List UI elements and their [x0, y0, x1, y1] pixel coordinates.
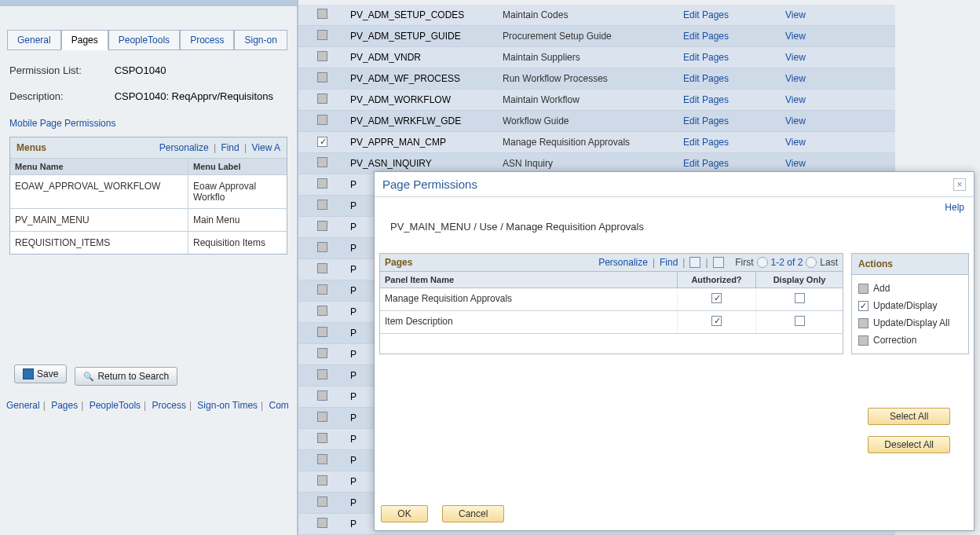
dialog-close-button[interactable]: ×	[953, 178, 966, 191]
row-checkbox[interactable]	[317, 200, 327, 210]
row-checkbox[interactable]	[317, 221, 327, 231]
action-add[interactable]: Add	[858, 280, 962, 297]
deselect-all-button[interactable]: Deselect All	[868, 436, 950, 453]
row-checkbox[interactable]	[317, 263, 327, 273]
view-link[interactable]: View	[785, 94, 848, 105]
action-update-display-all[interactable]: Update/Display All	[858, 314, 962, 332]
menus-personalize-link[interactable]: Personalize	[159, 142, 209, 153]
tab-strip: General Pages PeopleTools Process Sign-o…	[7, 30, 297, 50]
nav-first-label: First	[735, 257, 753, 268]
perm-list-value: CSPO1040	[115, 64, 166, 76]
row-checkbox[interactable]	[317, 30, 327, 40]
row-checkbox[interactable]	[317, 51, 327, 61]
component-code: PV_ADM_WORKFLOW	[346, 94, 503, 105]
edit-pages-link[interactable]: Edit Pages	[683, 158, 785, 169]
menu-row[interactable]: PV_MAIN_MENU Main Menu	[10, 208, 287, 231]
view-link[interactable]: View	[785, 115, 848, 126]
edit-pages-link[interactable]: Edit Pages	[683, 115, 785, 126]
row-checkbox[interactable]	[317, 284, 327, 295]
tab-peopletools[interactable]: PeopleTools	[108, 30, 180, 50]
view-link[interactable]: View	[785, 31, 848, 42]
nav-range[interactable]: 1-2 of 2	[771, 257, 803, 268]
menu-row[interactable]: EOAW_APPROVAL_WORKFLOW Eoaw Approval Wor…	[10, 174, 287, 208]
tab-general[interactable]: General	[7, 30, 61, 50]
action-update-display[interactable]: Update/Display	[858, 297, 962, 314]
menus-viewall[interactable]: View A	[252, 142, 280, 153]
row-checkbox[interactable]	[317, 454, 327, 464]
edit-pages-link[interactable]: Edit Pages	[683, 52, 785, 63]
link-process[interactable]: Process	[152, 400, 186, 411]
link-com[interactable]: Com	[269, 400, 289, 411]
view-link[interactable]: View	[785, 52, 848, 63]
ok-button[interactable]: OK	[381, 505, 428, 522]
col-authorized: Authorized?	[678, 272, 756, 288]
row-checkbox[interactable]	[317, 157, 327, 167]
select-all-button[interactable]: Select All	[868, 408, 950, 425]
pages-personalize-link[interactable]: Personalize	[598, 257, 648, 268]
authorized-checkbox[interactable]	[711, 316, 722, 326]
tab-signon[interactable]: Sign-on	[234, 30, 287, 50]
tab-process[interactable]: Process	[180, 30, 234, 50]
view-link[interactable]: View	[785, 9, 848, 20]
link-pages[interactable]: Pages	[51, 400, 78, 411]
component-row: PV_ADM_WRKFLW_GDEWorkflow GuideEdit Page…	[298, 111, 895, 132]
edit-pages-link[interactable]: Edit Pages	[683, 73, 785, 84]
component-desc: Maintain Suppliers	[503, 52, 683, 63]
component-desc: Run Workflow Processes	[503, 73, 683, 84]
save-button[interactable]: Save	[14, 365, 67, 383]
nav-prev-icon[interactable]	[757, 257, 768, 268]
view-link[interactable]: View	[785, 137, 848, 148]
dialog-help-link[interactable]: Help	[945, 202, 964, 213]
col-menu-label: Menu Label	[188, 159, 287, 174]
component-desc: Procurement Setup Guide	[503, 31, 683, 42]
row-checkbox[interactable]	[317, 137, 327, 147]
component-code: PV_ADM_SETUP_CODES	[346, 9, 503, 20]
authorized-checkbox[interactable]	[711, 293, 722, 303]
actions-box: Actions Add Update/Display Update/Displa…	[851, 253, 969, 354]
pages-find-link[interactable]: Find	[660, 257, 678, 268]
edit-pages-link[interactable]: Edit Pages	[683, 31, 785, 42]
component-row: PV_APPR_MAN_CMPManage Requisition Approv…	[298, 132, 895, 153]
row-checkbox[interactable]	[317, 348, 327, 358]
row-checkbox[interactable]	[317, 242, 327, 252]
return-to-search-button[interactable]: Return to Search	[75, 367, 177, 386]
row-checkbox[interactable]	[317, 475, 327, 486]
page-permissions-dialog: Page Permissions × Help PV_MAIN_MENU / U…	[374, 171, 975, 531]
row-checkbox[interactable]	[317, 497, 327, 507]
row-checkbox[interactable]	[317, 518, 327, 528]
col-display-only: Display Only	[756, 272, 843, 288]
row-checkbox[interactable]	[317, 433, 327, 443]
cancel-button[interactable]: Cancel	[442, 505, 504, 522]
row-checkbox[interactable]	[317, 369, 327, 379]
link-peopletools[interactable]: PeopleTools	[90, 400, 141, 411]
link-signon-times[interactable]: Sign-on Times	[197, 400, 258, 411]
nav-next-icon[interactable]	[806, 257, 817, 268]
menus-find-link[interactable]: Find	[221, 142, 239, 153]
edit-pages-link[interactable]: Edit Pages	[683, 9, 785, 20]
mobile-page-permissions-link[interactable]: Mobile Page Permissions	[9, 118, 115, 129]
tab-pages[interactable]: Pages	[61, 30, 108, 50]
edit-pages-link[interactable]: Edit Pages	[683, 94, 785, 105]
view-link[interactable]: View	[785, 158, 848, 169]
row-checkbox[interactable]	[317, 115, 327, 125]
menu-row[interactable]: REQUISITION_ITEMS Requisition Items	[10, 231, 287, 254]
row-checkbox[interactable]	[317, 327, 327, 337]
zoom-icon[interactable]	[689, 257, 700, 268]
row-checkbox[interactable]	[317, 178, 327, 189]
view-link[interactable]: View	[785, 73, 848, 84]
display-only-checkbox[interactable]	[795, 316, 805, 326]
row-checkbox[interactable]	[317, 93, 327, 104]
row-checkbox[interactable]	[317, 306, 327, 316]
row-checkbox[interactable]	[317, 72, 327, 82]
perm-list-label: Permission List:	[9, 64, 112, 76]
action-correction[interactable]: Correction	[858, 332, 962, 349]
link-general[interactable]: General	[6, 400, 40, 411]
component-desc: ASN Inquiry	[503, 158, 683, 169]
download-icon[interactable]	[713, 257, 724, 268]
row-checkbox[interactable]	[317, 412, 327, 422]
display-only-checkbox[interactable]	[795, 293, 805, 303]
row-checkbox[interactable]	[317, 9, 327, 19]
row-checkbox[interactable]	[317, 390, 327, 401]
edit-pages-link[interactable]: Edit Pages	[683, 137, 785, 148]
actions-title: Actions	[852, 254, 968, 275]
